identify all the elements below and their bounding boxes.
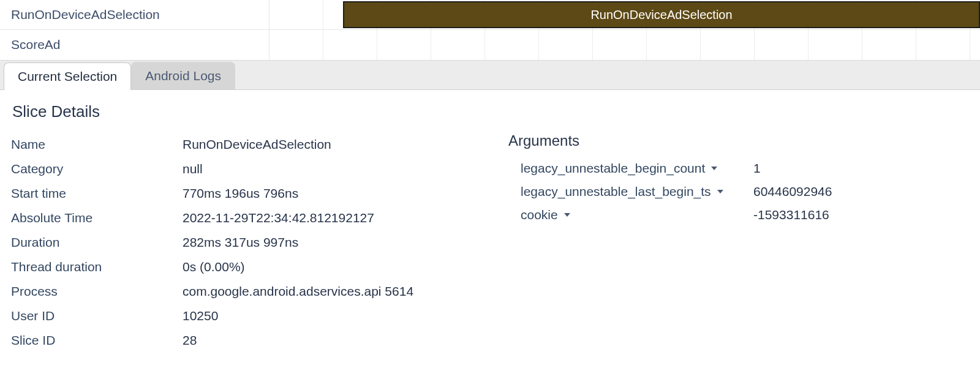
detail-key: User ID [11,309,183,323]
detail-key: Category [11,162,183,176]
detail-row-user-id: User ID 10250 [11,304,472,328]
detail-value: 10250 [183,309,472,323]
detail-row-start-time: Start time 770ms 196us 796ns [11,181,472,206]
detail-row-thread-duration: Thread duration 0s (0.00%) [11,255,472,279]
detail-value: com.google.android.adservices.api 5614 [183,284,472,299]
argument-row: legacy_unnestable_last_begin_ts 60446092… [508,180,969,203]
argument-row: legacy_unnestable_begin_count 1 [508,157,969,180]
detail-value: 28 [183,333,472,348]
detail-value: 0s (0.00%) [183,260,472,274]
tab-current-selection[interactable]: Current Selection [4,62,131,90]
caret-down-icon [717,190,723,193]
tabstrip: Current Selection Android Logs [0,61,980,90]
detail-key: Process [11,284,183,299]
detail-row-slice-id: Slice ID 28 [11,328,472,353]
track-label[interactable]: ScoreAd [0,30,270,60]
detail-key: Duration [11,235,183,250]
detail-key: Name [11,137,183,152]
argument-value: 60446092946 [753,184,969,199]
argument-key-text: legacy_unnestable_begin_count [521,161,705,176]
argument-value: -1593311616 [753,208,969,222]
argument-key[interactable]: cookie [521,208,753,222]
arguments-table: Arguments legacy_unnestable_begin_count … [508,132,969,353]
track-label[interactable]: RunOnDeviceAdSelection [0,0,270,29]
detail-row-category: Category null [11,157,472,181]
detail-row-absolute-time: Absolute Time 2022-11-29T22:34:42.812192… [11,206,472,230]
detail-value: 770ms 196us 796ns [183,186,472,201]
arguments-heading: Arguments [508,132,969,149]
details-panel: Slice Details Name RunOnDeviceAdSelectio… [0,90,980,367]
detail-row-process: Process com.google.android.adservices.ap… [11,279,472,304]
argument-value: 1 [753,161,969,176]
tab-android-logs[interactable]: Android Logs [131,62,235,89]
trace-tracks: RunOnDeviceAdSelection RunOnDeviceAdSele… [0,0,980,61]
detail-key: Absolute Time [11,211,183,225]
detail-row-duration: Duration 282ms 317us 997ns [11,230,472,255]
caret-down-icon [564,213,570,217]
trace-slice-bar[interactable]: RunOnDeviceAdSelection [343,1,980,28]
detail-value: 282ms 317us 997ns [183,235,472,250]
trace-slice-label: RunOnDeviceAdSelection [590,8,732,22]
argument-key-text: cookie [521,208,558,222]
detail-value: null [183,162,472,176]
detail-value: RunOnDeviceAdSelection [183,137,472,152]
argument-key-text: legacy_unnestable_last_begin_ts [521,184,711,199]
detail-key: Thread duration [11,260,183,274]
argument-key[interactable]: legacy_unnestable_last_begin_ts [521,184,753,199]
detail-key: Slice ID [11,333,183,348]
caret-down-icon [711,167,717,170]
detail-key: Start time [11,186,183,201]
slice-details-table: Name RunOnDeviceAdSelection Category nul… [11,132,472,353]
details-title: Slice Details [12,102,969,121]
argument-row: cookie -1593311616 [508,203,969,227]
detail-row-name: Name RunOnDeviceAdSelection [11,132,472,157]
track-row: RunOnDeviceAdSelection RunOnDeviceAdSele… [0,0,980,30]
details-columns: Name RunOnDeviceAdSelection Category nul… [11,132,969,353]
argument-key[interactable]: legacy_unnestable_begin_count [521,161,753,176]
track-lane[interactable]: RunOnDeviceAdSelection [270,0,980,29]
track-row: ScoreAd [0,30,980,60]
detail-value: 2022-11-29T22:34:42.812192127 [183,211,472,225]
track-lane[interactable] [270,30,980,60]
